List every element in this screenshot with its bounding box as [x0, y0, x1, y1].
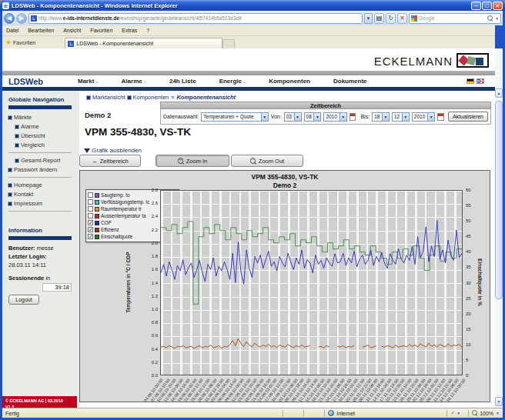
- maximize-button[interactable]: □: [482, 2, 492, 10]
- search-input[interactable]: Google ▼: [409, 13, 501, 24]
- page-header: ECKELMANN: [2, 48, 495, 71]
- last-login-value: 28.03.11 14:11: [8, 262, 79, 268]
- address-dropdown[interactable]: ▼: [364, 13, 373, 24]
- checkbox[interactable]: [88, 206, 93, 212]
- back-button[interactable]: ◀: [4, 13, 15, 24]
- status-bar: Fertig Internet ✓ ▼ 100% ▼: [2, 408, 503, 418]
- zeitbereich-panel: Zeitbereich Datenauswahl: Temperaturen +…: [160, 102, 491, 125]
- logout-button[interactable]: Logout: [8, 295, 39, 305]
- menu-extras[interactable]: Extras: [122, 28, 137, 33]
- nav-item-24h-liste[interactable]: 24h Liste: [169, 78, 196, 85]
- zeitbereich-button[interactable]: ↔Zeitbereich: [79, 155, 141, 167]
- stop-button[interactable]: ✕: [397, 13, 407, 24]
- sidebar-item-vergleich[interactable]: Vergleich: [15, 142, 79, 148]
- session-countdown: 39:18: [42, 283, 72, 292]
- zoom-out-button[interactable]: −Zoom Out: [231, 155, 303, 167]
- vertical-scrollbar[interactable]: ▲ ▼: [495, 48, 503, 408]
- protected-mode-icon[interactable]: ✓: [450, 410, 455, 416]
- refresh-button[interactable]: ↻: [386, 13, 396, 24]
- scroll-up-arrow[interactable]: ▲: [495, 88, 503, 98]
- von-calendar-icon[interactable]: [349, 113, 356, 121]
- sidebar-item-passwort-aendern[interactable]: Passwort ändern: [8, 166, 79, 173]
- menu-bearbeiten[interactable]: Bearbeiten: [28, 28, 54, 33]
- minimize-button[interactable]: ─: [471, 2, 481, 10]
- right-tick-label: 60: [466, 188, 478, 192]
- chevron-down-icon[interactable]: ▼: [496, 411, 500, 415]
- left-tick-label: 0.4: [145, 347, 158, 352]
- checkbox[interactable]: [88, 227, 93, 232]
- von-year-select[interactable]: 2010▼: [323, 112, 346, 122]
- browser-tab[interactable]: L LDSWeb - Komponentenansicht: [65, 38, 222, 48]
- chevron-down-icon: ▼: [339, 113, 346, 121]
- sidebar-item-impressum[interactable]: Impressum: [8, 200, 79, 207]
- legend-swatch: [95, 193, 99, 198]
- nav-item-energie[interactable]: Energie ↓: [219, 78, 246, 85]
- breadcrumb-komponenten[interactable]: Komponenten: [133, 94, 169, 101]
- nav-item-dokumente[interactable]: Dokumente: [333, 78, 367, 85]
- nav-item-alarme[interactable]: Alarme ↓: [122, 78, 146, 85]
- datenauswahl-select[interactable]: Temperaturen + Quote▼: [201, 112, 268, 122]
- german-flag-icon[interactable]: [467, 78, 474, 84]
- url-text: http://www.e-lds-internetdienste.de/euro…: [38, 15, 242, 21]
- brand-logo-text: ECKELMANN: [374, 55, 453, 68]
- status-zone: Internet: [336, 411, 355, 416]
- scroll-down-arrow[interactable]: ▼: [495, 397, 503, 406]
- von-day-select[interactable]: 03▼: [284, 112, 302, 122]
- checkbox[interactable]: [88, 192, 93, 198]
- chevron-down-icon: ↓: [144, 79, 146, 84]
- nav-item-komponenten[interactable]: Komponenten: [269, 78, 310, 85]
- checkbox[interactable]: [88, 199, 93, 205]
- left-axis-title: Temperaturen in °C / COP: [125, 252, 131, 312]
- favorites-label[interactable]: Favoriten: [13, 40, 35, 45]
- search-dropdown-icon[interactable]: ▼: [495, 16, 499, 21]
- logo-blue-square: [476, 58, 483, 65]
- bis-calendar-icon[interactable]: [437, 113, 444, 121]
- menu-datei[interactable]: Datei: [6, 28, 18, 33]
- sidebar-item-gesamt-report[interactable]: Gesamt-Report: [15, 157, 79, 164]
- menu-favoriten[interactable]: Favoriten: [90, 28, 112, 33]
- sidebar-item-uebersicht[interactable]: Übersicht: [15, 132, 79, 139]
- breadcrumb-marktansicht[interactable]: Marktansicht: [92, 94, 125, 101]
- new-tab-stub[interactable]: [222, 39, 235, 48]
- address-input[interactable]: L http://www.e-lds-internetdienste.de/eu…: [28, 13, 363, 24]
- checkbox[interactable]: [88, 220, 93, 225]
- sidebar-footer: © ECKELMANN AG | 03.2010 V1.2: [2, 396, 77, 408]
- title-bar[interactable]: e LDSWeb - Komponentenansicht - Windows …: [0, 0, 505, 11]
- menu-bar: Datei Bearbeiten Ansicht Favoriten Extra…: [2, 25, 495, 36]
- english-flag-icon[interactable]: [477, 78, 484, 84]
- bis-day-select[interactable]: 18▼: [372, 112, 390, 122]
- sidebar: Globale Navigation Märkte Alarme Übersic…: [2, 91, 79, 408]
- sidebar-item-homepage[interactable]: Homepage: [8, 182, 79, 188]
- menu-help[interactable]: ?: [146, 28, 149, 33]
- sidebar-item-alarme[interactable]: Alarme: [15, 123, 79, 130]
- favorites-bar: ★ Favoriten L LDSWeb - Komponentenansich…: [2, 36, 495, 48]
- aktualisieren-button[interactable]: Aktualisieren: [448, 112, 488, 122]
- breadcrumb: Marktansicht Komponenten » Komponentenan…: [87, 94, 236, 101]
- brand-logo-icon: [457, 53, 489, 68]
- plot-area[interactable]: [160, 190, 463, 375]
- sidebar-item-maerkte[interactable]: Märkte: [8, 114, 79, 121]
- zoom-in-button[interactable]: +Zoom In: [156, 155, 229, 167]
- graph-toggle-link[interactable]: Grafik ausblenden: [84, 147, 142, 154]
- bis-month-select[interactable]: 12▼: [392, 112, 410, 122]
- right-tick-label: 45: [466, 234, 478, 238]
- checkbox[interactable]: [88, 234, 93, 239]
- favorites-star-icon[interactable]: ★: [5, 38, 12, 46]
- search-icon[interactable]: [487, 15, 493, 22]
- close-button[interactable]: ✕: [493, 2, 503, 10]
- sidebar-item-kontakt[interactable]: Kontakt: [8, 191, 79, 198]
- right-tick-label: 55: [466, 203, 478, 208]
- nav-item-markt[interactable]: Markt ↓: [78, 78, 99, 85]
- right-tick-label: 5: [466, 358, 478, 362]
- market-name: Demo 2: [85, 111, 111, 119]
- bis-year-select[interactable]: 2010▼: [412, 112, 435, 122]
- compatibility-button[interactable]: ▤: [374, 13, 384, 24]
- scrollbar-thumb[interactable]: [495, 101, 503, 299]
- von-month-select[interactable]: 08▼: [304, 112, 322, 122]
- forward-button[interactable]: ▶: [16, 13, 27, 24]
- menu-ansicht[interactable]: Ansicht: [63, 28, 81, 33]
- legend-swatch: [95, 214, 99, 218]
- zoom-level[interactable]: 100%: [480, 411, 493, 416]
- chevron-down-icon[interactable]: ▼: [457, 411, 460, 415]
- checkbox[interactable]: [88, 213, 93, 218]
